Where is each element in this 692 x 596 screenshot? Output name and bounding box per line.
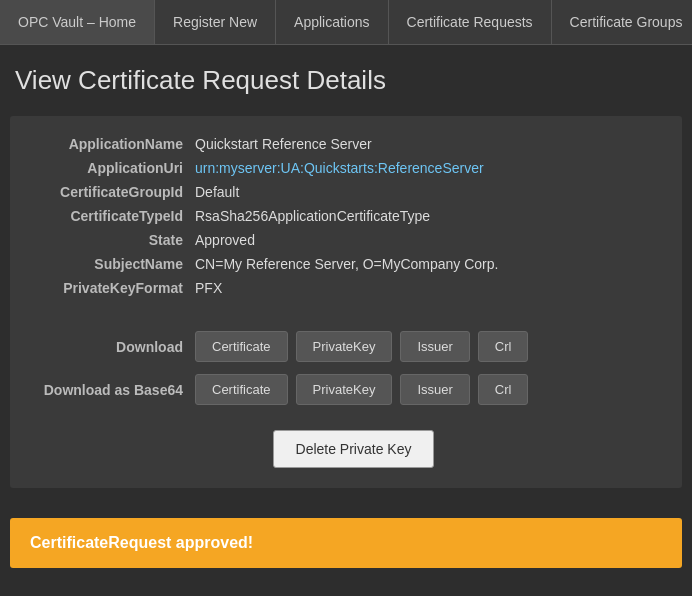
download-base64-privatekey-button[interactable]: PrivateKey [296, 374, 393, 405]
field-label: ApplicationName [25, 136, 195, 152]
delete-section: Delete Private Key [25, 430, 667, 468]
success-banner: CertificateRequest approved! [10, 518, 682, 568]
field-row-state: StateApproved [25, 232, 667, 248]
field-row-applicationuri: ApplicationUriurn:myserver:UA:Quickstart… [25, 160, 667, 176]
download-base64-certificate-button[interactable]: Certificate [195, 374, 288, 405]
field-value: PFX [195, 280, 667, 296]
fields-container: ApplicationNameQuickstart Reference Serv… [25, 136, 667, 296]
field-row-privatekeyformat: PrivateKeyFormatPFX [25, 280, 667, 296]
details-card: ApplicationNameQuickstart Reference Serv… [10, 116, 682, 488]
download-section: Download CertificatePrivateKeyIssuerCrl … [25, 316, 667, 405]
download-certificate-button[interactable]: Certificate [195, 331, 288, 362]
field-value: Quickstart Reference Server [195, 136, 667, 152]
field-row-subjectname: SubjectNameCN=My Reference Server, O=MyC… [25, 256, 667, 272]
download-crl-button[interactable]: Crl [478, 331, 529, 362]
field-value: Default [195, 184, 667, 200]
field-value: Approved [195, 232, 667, 248]
field-row-certificategroupid: CertificateGroupIdDefault [25, 184, 667, 200]
download-label: Download [25, 339, 195, 355]
nav-item-register[interactable]: Register New [155, 0, 276, 44]
field-label: CertificateTypeId [25, 208, 195, 224]
page-title: View Certificate Request Details [0, 45, 692, 111]
field-label: ApplicationUri [25, 160, 195, 176]
field-value: RsaSha256ApplicationCertificateType [195, 208, 667, 224]
delete-private-key-button[interactable]: Delete Private Key [273, 430, 435, 468]
download-base64-row: Download as Base64 CertificatePrivateKey… [25, 374, 667, 405]
field-label: SubjectName [25, 256, 195, 272]
nav-item-applications[interactable]: Applications [276, 0, 389, 44]
nav-item-cert-groups[interactable]: Certificate Groups [552, 0, 692, 44]
download-issuer-button[interactable]: Issuer [400, 331, 469, 362]
field-label: PrivateKeyFormat [25, 280, 195, 296]
download-base64-crl-button[interactable]: Crl [478, 374, 529, 405]
field-row-certificatetypeid: CertificateTypeIdRsaSha256ApplicationCer… [25, 208, 667, 224]
download-row: Download CertificatePrivateKeyIssuerCrl [25, 331, 667, 362]
field-label: State [25, 232, 195, 248]
download-buttons: CertificatePrivateKeyIssuerCrl [195, 331, 528, 362]
download-base64-issuer-button[interactable]: Issuer [400, 374, 469, 405]
nav-bar: OPC Vault – HomeRegister NewApplications… [0, 0, 692, 45]
nav-item-cert-requests[interactable]: Certificate Requests [389, 0, 552, 44]
nav-item-home[interactable]: OPC Vault – Home [0, 0, 155, 44]
field-row-applicationname: ApplicationNameQuickstart Reference Serv… [25, 136, 667, 152]
field-label: CertificateGroupId [25, 184, 195, 200]
field-value: CN=My Reference Server, O=MyCompany Corp… [195, 256, 667, 272]
download-base64-label: Download as Base64 [25, 382, 195, 398]
download-base64-buttons: CertificatePrivateKeyIssuerCrl [195, 374, 528, 405]
download-privatekey-button[interactable]: PrivateKey [296, 331, 393, 362]
field-value: urn:myserver:UA:Quickstarts:ReferenceSer… [195, 160, 667, 176]
